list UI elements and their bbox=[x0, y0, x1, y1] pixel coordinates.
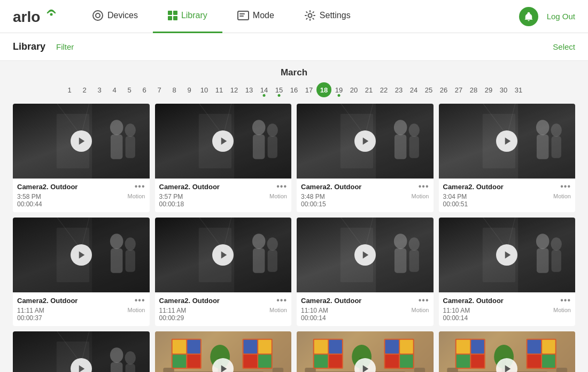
svg-point-21 bbox=[267, 123, 277, 137]
video-card-11: Camera1. Home ••• 8:52 AM 00:00:12 Motio… bbox=[439, 331, 576, 372]
select-button[interactable]: Select bbox=[553, 42, 575, 51]
date-item-16[interactable]: 16 bbox=[287, 82, 301, 97]
settings-icon bbox=[304, 10, 316, 21]
camera-name: Camera2. Outdoor bbox=[301, 183, 361, 191]
play-button[interactable] bbox=[71, 244, 92, 266]
notification-button[interactable] bbox=[519, 7, 538, 26]
date-item-31[interactable]: 31 bbox=[511, 82, 526, 97]
more-button[interactable]: ••• bbox=[135, 296, 145, 305]
date-item-18[interactable]: 18 bbox=[316, 82, 331, 97]
mode-label: Mode bbox=[253, 11, 274, 20]
video-thumb[interactable] bbox=[297, 331, 434, 372]
date-item-28[interactable]: 28 bbox=[466, 82, 481, 97]
date-item-6[interactable]: 6 bbox=[137, 82, 152, 97]
more-button[interactable]: ••• bbox=[276, 296, 287, 305]
video-meta-left: 11:11 AM 00:00:37 bbox=[17, 307, 44, 322]
svg-point-2 bbox=[93, 11, 103, 20]
svg-rect-67 bbox=[409, 250, 419, 272]
play-button[interactable] bbox=[496, 244, 517, 266]
date-item-26[interactable]: 26 bbox=[436, 82, 451, 97]
devices-label: Devices bbox=[107, 11, 138, 20]
video-thumb[interactable] bbox=[439, 104, 576, 179]
filter-button[interactable]: Filter bbox=[56, 42, 74, 51]
video-thumb[interactable] bbox=[13, 218, 150, 292]
svg-rect-115 bbox=[314, 340, 328, 354]
nav-mode[interactable]: Mode bbox=[222, 0, 289, 33]
date-item-10[interactable]: 10 bbox=[197, 82, 212, 97]
date-item-5[interactable]: 5 bbox=[122, 82, 137, 97]
more-button[interactable]: ••• bbox=[419, 182, 429, 191]
more-button[interactable]: ••• bbox=[419, 296, 429, 305]
date-item-30[interactable]: 30 bbox=[496, 82, 511, 97]
video-thumb[interactable] bbox=[155, 331, 292, 372]
svg-rect-116 bbox=[329, 340, 342, 354]
date-item-20[interactable]: 20 bbox=[346, 82, 361, 97]
svg-point-1 bbox=[50, 13, 53, 15]
video-card-8: Camera2. Outdoor ••• 10:59 AM 00:01:05 M… bbox=[13, 331, 150, 372]
date-item-21[interactable]: 21 bbox=[361, 82, 376, 97]
date-item-25[interactable]: 25 bbox=[421, 82, 436, 97]
date-item-1[interactable]: 1 bbox=[62, 82, 77, 97]
video-card-1: Camera2. Outdoor ••• 3:57 PM 00:00:18 Mo… bbox=[155, 104, 292, 212]
date-item-11[interactable]: 11 bbox=[212, 82, 227, 97]
date-item-22[interactable]: 22 bbox=[376, 82, 391, 97]
play-button[interactable] bbox=[212, 244, 234, 266]
play-button[interactable] bbox=[496, 130, 517, 152]
svg-rect-120 bbox=[385, 340, 399, 354]
svg-rect-96 bbox=[187, 340, 200, 354]
video-thumb[interactable] bbox=[13, 104, 150, 179]
more-button[interactable]: ••• bbox=[560, 296, 571, 305]
play-button[interactable] bbox=[354, 244, 376, 266]
svg-rect-141 bbox=[542, 340, 555, 354]
video-meta: 11:10 AM 00:00:14 Motion bbox=[443, 307, 571, 322]
date-item-12[interactable]: 12 bbox=[227, 82, 242, 97]
date-item-13[interactable]: 13 bbox=[242, 82, 257, 97]
svg-rect-137 bbox=[456, 354, 470, 368]
play-button[interactable] bbox=[71, 130, 92, 152]
date-item-29[interactable]: 29 bbox=[481, 82, 496, 97]
logout-button[interactable]: Log Out bbox=[547, 12, 575, 21]
content-area: March 1234567891011121314151617181920212… bbox=[0, 61, 588, 372]
date-item-23[interactable]: 23 bbox=[391, 82, 406, 97]
nav-library[interactable]: Library bbox=[153, 0, 222, 33]
date-item-24[interactable]: 24 bbox=[406, 82, 421, 97]
video-info: Camera2. Outdoor ••• 3:04 PM 00:00:51 Mo… bbox=[439, 179, 576, 212]
video-thumb[interactable] bbox=[439, 331, 576, 372]
mode-icon bbox=[237, 11, 249, 20]
more-button[interactable]: ••• bbox=[276, 182, 287, 191]
date-item-17[interactable]: 17 bbox=[301, 82, 316, 97]
video-meta-left: 3:57 PM 00:00:18 bbox=[159, 193, 184, 208]
camera-name: Camera2. Outdoor bbox=[17, 297, 78, 305]
date-item-3[interactable]: 3 bbox=[92, 82, 107, 97]
play-button[interactable] bbox=[212, 130, 234, 152]
video-thumb[interactable] bbox=[439, 218, 576, 292]
more-button[interactable]: ••• bbox=[560, 182, 571, 191]
date-item-9[interactable]: 9 bbox=[182, 82, 197, 97]
more-button[interactable]: ••• bbox=[135, 182, 145, 191]
video-info-top: Camera2. Outdoor ••• bbox=[301, 296, 429, 305]
play-icon bbox=[503, 250, 513, 260]
date-item-4[interactable]: 4 bbox=[107, 82, 122, 97]
video-thumb[interactable] bbox=[297, 104, 434, 179]
video-thumb[interactable] bbox=[297, 218, 434, 292]
video-thumb[interactable] bbox=[155, 104, 292, 179]
svg-rect-138 bbox=[471, 354, 484, 368]
video-thumb[interactable] bbox=[155, 218, 292, 292]
nav-settings[interactable]: Settings bbox=[289, 0, 366, 33]
video-info-top: Camera2. Outdoor ••• bbox=[443, 296, 571, 305]
date-item-7[interactable]: 7 bbox=[152, 82, 167, 97]
svg-marker-148 bbox=[505, 365, 511, 372]
date-item-27[interactable]: 27 bbox=[451, 82, 466, 97]
date-item-19[interactable]: 19 bbox=[331, 82, 346, 97]
play-button[interactable] bbox=[354, 130, 376, 152]
video-thumb[interactable] bbox=[13, 331, 150, 372]
svg-point-12 bbox=[125, 123, 136, 137]
svg-rect-49 bbox=[126, 250, 135, 272]
video-meta-left: 11:11 AM 00:00:29 bbox=[159, 307, 187, 322]
date-item-8[interactable]: 8 bbox=[167, 82, 182, 97]
date-item-15[interactable]: 15 bbox=[272, 82, 287, 97]
date-item-14[interactable]: 14 bbox=[257, 82, 272, 97]
svg-marker-70 bbox=[363, 251, 369, 259]
nav-devices[interactable]: Devices bbox=[77, 0, 153, 33]
date-item-2[interactable]: 2 bbox=[77, 82, 92, 97]
